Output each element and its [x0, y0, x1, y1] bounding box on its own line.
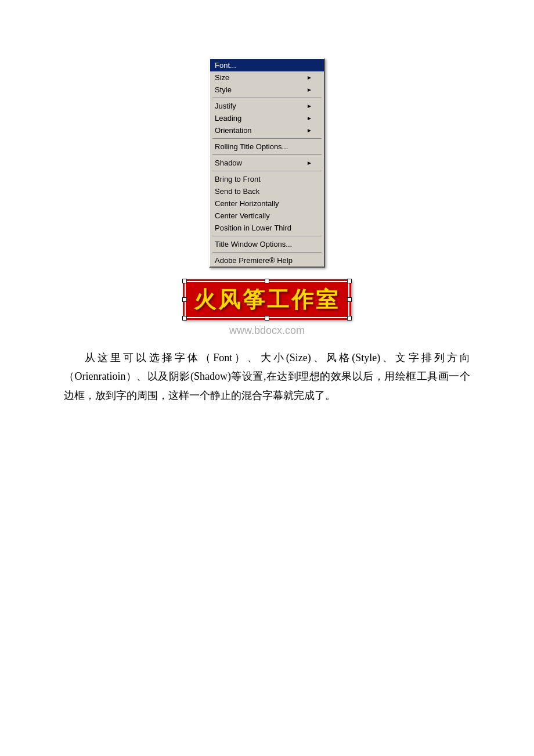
- menu-item-justify-arrow: ►: [306, 103, 312, 109]
- menu-item-font-label: Font...: [215, 61, 236, 70]
- menu-item-title-window-label: Title Window Options...: [215, 240, 292, 249]
- handle-bm[interactable]: [265, 316, 269, 321]
- menu-item-orientation-arrow: ►: [306, 127, 312, 134]
- separator-4: [212, 171, 322, 171]
- menu-item-bring-to-front[interactable]: Bring to Front: [210, 173, 324, 185]
- image-area: 火风筝工作室: [46, 279, 488, 320]
- separator-5: [212, 236, 322, 236]
- menu-item-shadow-arrow: ►: [306, 160, 312, 166]
- handle-bl[interactable]: [182, 316, 187, 321]
- page-content: Font... Size ► Style ► Justify ► Leading: [0, 0, 534, 756]
- menu-item-position-lower-label: Position in Lower Third: [215, 224, 291, 232]
- menu-item-center-h-label: Center Horizontally: [215, 199, 279, 208]
- menu-item-rolling-title[interactable]: Rolling Title Options...: [210, 141, 324, 153]
- title-image-frame: 火风筝工作室: [183, 279, 351, 320]
- menu-item-style-arrow: ►: [306, 87, 312, 93]
- handle-br[interactable]: [347, 316, 352, 321]
- menu-item-style-label: Style: [215, 85, 232, 94]
- menu-item-send-to-back[interactable]: Send to Back: [210, 185, 324, 197]
- watermark: www.bdocx.com: [46, 325, 488, 337]
- title-image-text: 火风筝工作室: [185, 281, 349, 318]
- menu-item-size[interactable]: Size ►: [210, 71, 324, 84]
- menu-item-center-v[interactable]: Center Vertically: [210, 210, 324, 222]
- menu-item-leading-arrow: ►: [306, 115, 312, 121]
- menu-item-shadow[interactable]: Shadow ►: [210, 157, 324, 169]
- separator-2: [212, 138, 322, 139]
- menu-item-center-h[interactable]: Center Horizontally: [210, 197, 324, 210]
- menu-item-justify-label: Justify: [215, 102, 236, 110]
- handle-tl[interactable]: [182, 279, 187, 283]
- menu-item-orientation-label: Orientation: [215, 126, 252, 135]
- menu-item-send-to-back-label: Send to Back: [215, 187, 259, 196]
- menu-item-justify[interactable]: Justify ►: [210, 100, 324, 112]
- menu-item-rolling-title-label: Rolling Title Options...: [215, 142, 288, 151]
- separator-1: [212, 98, 322, 98]
- menu-item-bring-to-front-label: Bring to Front: [215, 175, 261, 183]
- menu-item-leading[interactable]: Leading ►: [210, 112, 324, 124]
- handle-mr[interactable]: [347, 297, 352, 302]
- handle-tr[interactable]: [347, 279, 352, 283]
- context-menu-wrapper: Font... Size ► Style ► Justify ► Leading: [46, 58, 488, 268]
- handle-ml[interactable]: [182, 297, 187, 302]
- menu-item-shadow-label: Shadow: [215, 159, 242, 167]
- menu-item-leading-label: Leading: [215, 114, 241, 123]
- menu-item-help-label: Adobe Premiere® Help: [215, 256, 293, 265]
- menu-item-title-window[interactable]: Title Window Options...: [210, 238, 324, 250]
- menu-item-help[interactable]: Adobe Premiere® Help: [210, 254, 324, 267]
- menu-item-style[interactable]: Style ►: [210, 84, 324, 96]
- handle-tm[interactable]: [265, 279, 269, 283]
- separator-3: [212, 154, 322, 155]
- menu-item-center-v-label: Center Vertically: [215, 211, 270, 220]
- paragraph-text: 从这里可以选择字体（Font）、大小(Size)、风格(Style)、文字排列方…: [46, 348, 488, 405]
- menu-item-position-lower[interactable]: Position in Lower Third: [210, 222, 324, 234]
- separator-6: [212, 252, 322, 253]
- menu-item-font[interactable]: Font...: [210, 59, 324, 71]
- context-menu[interactable]: Font... Size ► Style ► Justify ► Leading: [209, 58, 325, 268]
- menu-item-size-arrow: ►: [306, 74, 312, 81]
- menu-item-orientation[interactable]: Orientation ►: [210, 124, 324, 136]
- menu-item-size-label: Size: [215, 73, 229, 82]
